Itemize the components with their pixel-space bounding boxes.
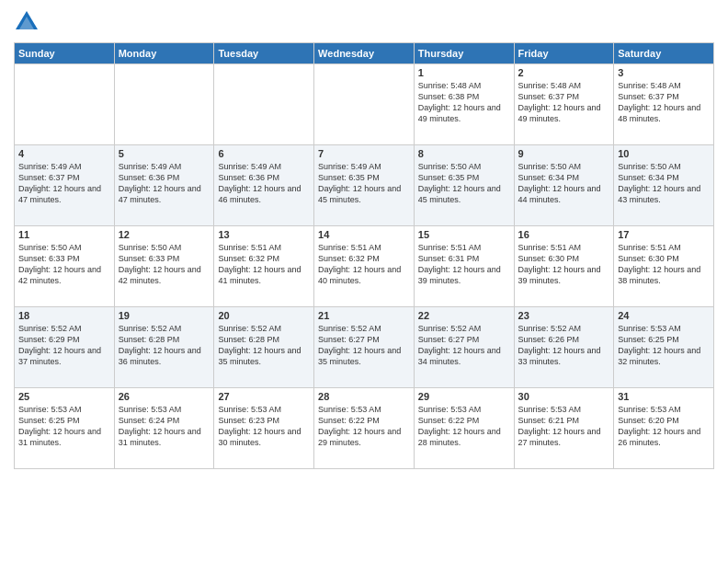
day-number: 18 <box>18 310 110 321</box>
day-number: 17 <box>618 229 710 240</box>
day-detail: Sunrise: 5:52 AM Sunset: 6:27 PM Dayligh… <box>418 323 510 368</box>
logo <box>14 9 43 35</box>
day-number: 7 <box>318 148 410 159</box>
day-detail: Sunrise: 5:53 AM Sunset: 6:23 PM Dayligh… <box>218 404 310 449</box>
day-cell: 22Sunrise: 5:52 AM Sunset: 6:27 PM Dayli… <box>414 307 514 388</box>
day-number: 11 <box>18 229 110 240</box>
week-row-4: 18Sunrise: 5:52 AM Sunset: 6:29 PM Dayli… <box>15 307 714 388</box>
header-row: SundayMondayTuesdayWednesdayThursdayFrid… <box>15 43 714 64</box>
day-cell: 30Sunrise: 5:53 AM Sunset: 6:21 PM Dayli… <box>514 388 614 469</box>
day-detail: Sunrise: 5:50 AM Sunset: 6:33 PM Dayligh… <box>18 242 110 287</box>
day-cell: 27Sunrise: 5:53 AM Sunset: 6:23 PM Dayli… <box>214 388 314 469</box>
day-cell: 26Sunrise: 5:53 AM Sunset: 6:24 PM Dayli… <box>114 388 214 469</box>
day-cell: 24Sunrise: 5:53 AM Sunset: 6:25 PM Dayli… <box>614 307 714 388</box>
col-header-wednesday: Wednesday <box>314 43 415 64</box>
day-cell <box>15 64 115 145</box>
day-cell: 20Sunrise: 5:52 AM Sunset: 6:28 PM Dayli… <box>214 307 314 388</box>
day-number: 1 <box>418 67 510 78</box>
day-number: 19 <box>119 310 210 321</box>
day-detail: Sunrise: 5:53 AM Sunset: 6:24 PM Dayligh… <box>119 404 210 449</box>
day-detail: Sunrise: 5:48 AM Sunset: 6:37 PM Dayligh… <box>518 80 610 125</box>
day-cell: 13Sunrise: 5:51 AM Sunset: 6:32 PM Dayli… <box>214 226 314 307</box>
day-detail: Sunrise: 5:52 AM Sunset: 6:27 PM Dayligh… <box>318 323 410 368</box>
day-number: 20 <box>218 310 310 321</box>
col-header-thursday: Thursday <box>414 43 514 64</box>
day-cell: 19Sunrise: 5:52 AM Sunset: 6:28 PM Dayli… <box>114 307 214 388</box>
day-cell: 29Sunrise: 5:53 AM Sunset: 6:22 PM Dayli… <box>414 388 514 469</box>
day-detail: Sunrise: 5:48 AM Sunset: 6:37 PM Dayligh… <box>618 80 710 125</box>
day-number: 4 <box>18 148 110 159</box>
day-detail: Sunrise: 5:48 AM Sunset: 6:38 PM Dayligh… <box>418 80 510 125</box>
day-number: 9 <box>518 148 610 159</box>
day-cell: 12Sunrise: 5:50 AM Sunset: 6:33 PM Dayli… <box>114 226 214 307</box>
day-detail: Sunrise: 5:52 AM Sunset: 6:28 PM Dayligh… <box>218 323 310 368</box>
day-number: 14 <box>318 229 410 240</box>
col-header-tuesday: Tuesday <box>214 43 314 64</box>
day-detail: Sunrise: 5:52 AM Sunset: 6:28 PM Dayligh… <box>119 323 210 368</box>
day-cell: 2Sunrise: 5:48 AM Sunset: 6:37 PM Daylig… <box>514 64 614 145</box>
day-number: 26 <box>119 391 210 402</box>
day-detail: Sunrise: 5:52 AM Sunset: 6:29 PM Dayligh… <box>18 323 110 368</box>
day-detail: Sunrise: 5:50 AM Sunset: 6:34 PM Dayligh… <box>518 161 610 206</box>
day-cell: 15Sunrise: 5:51 AM Sunset: 6:31 PM Dayli… <box>414 226 514 307</box>
day-detail: Sunrise: 5:51 AM Sunset: 6:30 PM Dayligh… <box>518 242 610 287</box>
day-detail: Sunrise: 5:50 AM Sunset: 6:35 PM Dayligh… <box>418 161 510 206</box>
day-number: 24 <box>618 310 710 321</box>
day-cell: 8Sunrise: 5:50 AM Sunset: 6:35 PM Daylig… <box>414 145 514 226</box>
day-number: 2 <box>518 67 610 78</box>
day-detail: Sunrise: 5:49 AM Sunset: 6:37 PM Dayligh… <box>18 161 110 206</box>
col-header-sunday: Sunday <box>15 43 115 64</box>
day-number: 27 <box>218 391 310 402</box>
day-cell: 10Sunrise: 5:50 AM Sunset: 6:34 PM Dayli… <box>614 145 714 226</box>
day-cell: 21Sunrise: 5:52 AM Sunset: 6:27 PM Dayli… <box>314 307 415 388</box>
day-number: 3 <box>618 67 710 78</box>
day-detail: Sunrise: 5:53 AM Sunset: 6:22 PM Dayligh… <box>418 404 510 449</box>
day-number: 28 <box>318 391 410 402</box>
day-cell: 5Sunrise: 5:49 AM Sunset: 6:36 PM Daylig… <box>114 145 214 226</box>
day-cell: 7Sunrise: 5:49 AM Sunset: 6:35 PM Daylig… <box>314 145 415 226</box>
day-cell: 6Sunrise: 5:49 AM Sunset: 6:36 PM Daylig… <box>214 145 314 226</box>
week-row-2: 4Sunrise: 5:49 AM Sunset: 6:37 PM Daylig… <box>15 145 714 226</box>
day-detail: Sunrise: 5:51 AM Sunset: 6:32 PM Dayligh… <box>318 242 410 287</box>
day-number: 15 <box>418 229 510 240</box>
day-number: 22 <box>418 310 510 321</box>
header <box>14 9 714 35</box>
day-detail: Sunrise: 5:52 AM Sunset: 6:26 PM Dayligh… <box>518 323 610 368</box>
day-detail: Sunrise: 5:50 AM Sunset: 6:34 PM Dayligh… <box>618 161 710 206</box>
day-number: 13 <box>218 229 310 240</box>
page: SundayMondayTuesdayWednesdayThursdayFrid… <box>0 0 728 563</box>
day-number: 30 <box>518 391 610 402</box>
day-cell: 14Sunrise: 5:51 AM Sunset: 6:32 PM Dayli… <box>314 226 415 307</box>
day-detail: Sunrise: 5:51 AM Sunset: 6:30 PM Dayligh… <box>618 242 710 287</box>
day-number: 23 <box>518 310 610 321</box>
day-number: 8 <box>418 148 510 159</box>
day-number: 6 <box>218 148 310 159</box>
day-detail: Sunrise: 5:53 AM Sunset: 6:21 PM Dayligh… <box>518 404 610 449</box>
day-detail: Sunrise: 5:53 AM Sunset: 6:22 PM Dayligh… <box>318 404 410 449</box>
day-cell: 4Sunrise: 5:49 AM Sunset: 6:37 PM Daylig… <box>15 145 115 226</box>
day-cell <box>314 64 415 145</box>
day-number: 12 <box>119 229 210 240</box>
day-cell: 9Sunrise: 5:50 AM Sunset: 6:34 PM Daylig… <box>514 145 614 226</box>
day-cell <box>214 64 314 145</box>
day-detail: Sunrise: 5:49 AM Sunset: 6:36 PM Dayligh… <box>218 161 310 206</box>
day-number: 21 <box>318 310 410 321</box>
day-detail: Sunrise: 5:51 AM Sunset: 6:32 PM Dayligh… <box>218 242 310 287</box>
day-cell: 1Sunrise: 5:48 AM Sunset: 6:38 PM Daylig… <box>414 64 514 145</box>
day-detail: Sunrise: 5:49 AM Sunset: 6:36 PM Dayligh… <box>119 161 210 206</box>
day-number: 25 <box>18 391 110 402</box>
calendar-table: SundayMondayTuesdayWednesdayThursdayFrid… <box>14 42 714 469</box>
day-cell: 18Sunrise: 5:52 AM Sunset: 6:29 PM Dayli… <box>15 307 115 388</box>
day-number: 16 <box>518 229 610 240</box>
day-number: 10 <box>618 148 710 159</box>
day-detail: Sunrise: 5:51 AM Sunset: 6:31 PM Dayligh… <box>418 242 510 287</box>
day-cell <box>114 64 214 145</box>
day-cell: 17Sunrise: 5:51 AM Sunset: 6:30 PM Dayli… <box>614 226 714 307</box>
col-header-monday: Monday <box>114 43 214 64</box>
day-cell: 16Sunrise: 5:51 AM Sunset: 6:30 PM Dayli… <box>514 226 614 307</box>
day-detail: Sunrise: 5:53 AM Sunset: 6:25 PM Dayligh… <box>18 404 110 449</box>
col-header-saturday: Saturday <box>614 43 714 64</box>
day-cell: 25Sunrise: 5:53 AM Sunset: 6:25 PM Dayli… <box>15 388 115 469</box>
week-row-1: 1Sunrise: 5:48 AM Sunset: 6:38 PM Daylig… <box>15 64 714 145</box>
day-detail: Sunrise: 5:53 AM Sunset: 6:25 PM Dayligh… <box>618 323 710 368</box>
